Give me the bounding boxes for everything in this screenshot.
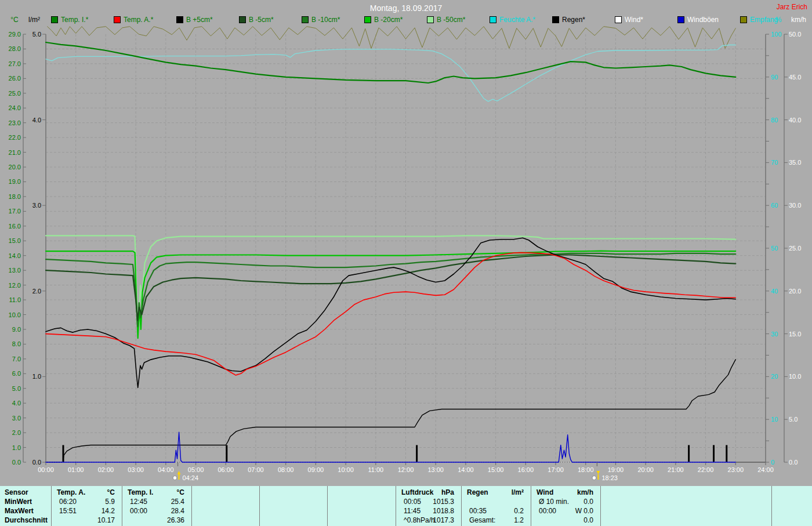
svg-text:9.0: 9.0 — [12, 326, 21, 333]
svg-text:22.0: 22.0 — [9, 134, 21, 141]
svg-text:10: 10 — [771, 416, 778, 423]
sensor-value: 0.2 — [461, 506, 524, 516]
svg-text:60: 60 — [771, 202, 778, 209]
svg-text:18:23: 18:23 — [601, 474, 618, 481]
sensor-value: 1.2 — [461, 516, 524, 525]
table-divider — [600, 486, 601, 526]
svg-text:20: 20 — [771, 373, 778, 380]
svg-text:28.0: 28.0 — [9, 45, 21, 52]
svg-text:08:00: 08:00 — [278, 466, 294, 473]
rain-bar — [688, 445, 690, 462]
svg-text:17:00: 17:00 — [548, 466, 564, 473]
svg-text:06:00: 06:00 — [217, 466, 234, 473]
svg-text:3.0: 3.0 — [32, 202, 41, 209]
svg-text:35.0: 35.0 — [789, 159, 801, 166]
svg-text:2.0: 2.0 — [12, 429, 21, 436]
svg-text:3.0: 3.0 — [12, 415, 21, 422]
table-row-label: Durchschnitt — [5, 516, 48, 525]
svg-text:8.0: 8.0 — [12, 340, 21, 347]
svg-text:09:00: 09:00 — [308, 466, 324, 473]
svg-text:1.0: 1.0 — [32, 373, 41, 380]
svg-text:13:00: 13:00 — [427, 466, 444, 473]
summary-table: SensorMinWertMaxWertDurchschnittTemp. A.… — [0, 486, 812, 526]
sensor-unit: hPa — [396, 488, 454, 497]
sensor-value: 1017.3 — [396, 516, 454, 525]
svg-text:27.0: 27.0 — [9, 60, 21, 67]
svg-text:26.0: 26.0 — [9, 75, 21, 82]
svg-text:11.0: 11.0 — [9, 296, 21, 303]
weather-app-window: Montag, 18.09.2017 Jarz Erich °C l/m² % … — [0, 0, 812, 526]
series-b-5cm — [46, 238, 735, 387]
svg-text:40: 40 — [771, 288, 778, 295]
svg-text:04:24: 04:24 — [183, 474, 199, 481]
svg-text:22:00: 22:00 — [698, 466, 714, 473]
svg-text:16.0: 16.0 — [9, 223, 21, 230]
svg-text:6.0: 6.0 — [12, 370, 21, 377]
sensor-value: 25.4 — [122, 497, 184, 506]
sunrise-arrow-icon — [177, 471, 181, 474]
svg-text:80: 80 — [771, 117, 778, 124]
svg-text:29.0: 29.0 — [9, 31, 21, 38]
series-empfang — [48, 27, 736, 49]
svg-text:30.0: 30.0 — [789, 202, 801, 209]
sensor-value: W 0.0 — [531, 506, 593, 516]
svg-text:0.0: 0.0 — [32, 459, 41, 466]
sensor-value: 28.4 — [122, 506, 184, 516]
svg-text:23:00: 23:00 — [728, 466, 744, 473]
rain-bar — [713, 445, 715, 462]
svg-text:45.0: 45.0 — [789, 74, 801, 81]
svg-text:25.0: 25.0 — [9, 90, 21, 97]
svg-text:18:00: 18:00 — [578, 466, 594, 473]
svg-text:0.0: 0.0 — [789, 459, 798, 466]
table-row-label: Sensor — [5, 488, 28, 497]
series-temp-a — [46, 253, 735, 375]
svg-text:50.0: 50.0 — [789, 31, 801, 38]
svg-text:10.0: 10.0 — [789, 373, 801, 380]
svg-text:20.0: 20.0 — [789, 288, 801, 295]
svg-text:17.0: 17.0 — [9, 208, 21, 215]
svg-text:01:00: 01:00 — [68, 466, 84, 473]
table-divider — [771, 486, 772, 526]
svg-text:20:00: 20:00 — [637, 466, 654, 473]
svg-text:00:00: 00:00 — [38, 466, 54, 473]
svg-text:04:00: 04:00 — [158, 466, 174, 473]
sunrise-sun-icon — [173, 476, 177, 480]
svg-text:70: 70 — [771, 159, 778, 166]
svg-text:03:00: 03:00 — [128, 466, 144, 473]
svg-text:24:00: 24:00 — [757, 466, 774, 473]
svg-text:15.0: 15.0 — [789, 331, 801, 338]
sensor-value: 14.2 — [51, 506, 115, 516]
svg-text:12:00: 12:00 — [398, 466, 414, 473]
svg-text:0: 0 — [771, 459, 774, 466]
svg-text:18.0: 18.0 — [9, 193, 21, 200]
sensor-value: 5.9 — [51, 497, 115, 506]
svg-text:0.0: 0.0 — [12, 459, 21, 466]
sensor-value: 0.0 — [531, 516, 593, 525]
svg-text:4.0: 4.0 — [32, 117, 41, 124]
svg-text:25.0: 25.0 — [789, 245, 801, 252]
chart-plot-area[interactable]: 0.01.02.03.04.05.06.07.08.09.010.011.012… — [0, 0, 812, 486]
grid — [46, 34, 766, 462]
rain-bar — [416, 445, 418, 462]
sensor-unit: °C — [51, 488, 115, 497]
svg-text:30: 30 — [771, 331, 778, 338]
svg-text:19.0: 19.0 — [9, 178, 21, 185]
svg-text:05:00: 05:00 — [188, 466, 204, 473]
svg-text:15.0: 15.0 — [9, 237, 21, 244]
sensor-unit: km/h — [531, 488, 593, 497]
svg-text:24.0: 24.0 — [9, 104, 21, 111]
table-row-label: MinWert — [5, 497, 32, 506]
svg-text:5.0: 5.0 — [12, 385, 21, 392]
svg-text:100: 100 — [771, 31, 781, 38]
svg-text:15:00: 15:00 — [488, 466, 504, 473]
sensor-unit: °C — [122, 488, 184, 497]
series-regen-kumuliert — [46, 360, 735, 462]
svg-text:14:00: 14:00 — [458, 466, 474, 473]
svg-text:20.0: 20.0 — [9, 164, 21, 171]
svg-text:21.0: 21.0 — [9, 149, 21, 156]
svg-text:1.0: 1.0 — [12, 444, 21, 451]
svg-text:10:00: 10:00 — [338, 466, 354, 473]
svg-text:5.0: 5.0 — [32, 31, 41, 38]
series-temp-i — [46, 42, 735, 83]
svg-text:50: 50 — [771, 245, 778, 252]
